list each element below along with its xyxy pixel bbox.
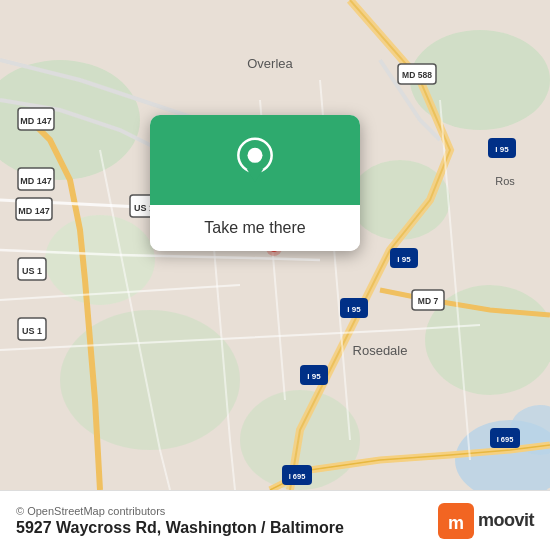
svg-text:m: m — [448, 513, 464, 533]
svg-text:I 95: I 95 — [307, 372, 321, 381]
svg-text:MD 588: MD 588 — [402, 70, 432, 80]
svg-text:Ros: Ros — [495, 175, 515, 187]
svg-text:US 1: US 1 — [22, 326, 42, 336]
svg-text:MD 147: MD 147 — [20, 176, 52, 186]
bottom-left: © OpenStreetMap contributors 5927 Waycro… — [16, 505, 344, 537]
svg-text:I 95: I 95 — [347, 305, 361, 314]
address-text: 5927 Waycross Rd, Washington / Baltimore — [16, 519, 344, 537]
svg-point-3 — [350, 160, 450, 240]
svg-text:I 95: I 95 — [397, 255, 411, 264]
popup-card: Take me there — [150, 115, 360, 251]
take-me-there-button[interactable]: Take me there — [150, 205, 360, 251]
moovit-text: moovit — [478, 510, 534, 531]
svg-text:I 95: I 95 — [495, 145, 509, 154]
svg-point-44 — [248, 148, 263, 163]
popup-top — [150, 115, 360, 205]
copyright-text: © OpenStreetMap contributors — [16, 505, 344, 517]
svg-text:MD 7: MD 7 — [418, 296, 439, 306]
svg-text:Rosedale: Rosedale — [353, 343, 408, 358]
svg-text:Overlea: Overlea — [247, 56, 293, 71]
svg-text:I 695: I 695 — [289, 472, 306, 481]
moovit-logo: m moovit — [438, 503, 534, 539]
svg-text:MD 147: MD 147 — [20, 116, 52, 126]
svg-marker-45 — [247, 169, 264, 183]
svg-text:I 695: I 695 — [497, 435, 514, 444]
bottom-bar: © OpenStreetMap contributors 5927 Waycro… — [0, 490, 550, 550]
location-pin-icon — [230, 137, 280, 187]
svg-text:MD 147: MD 147 — [18, 206, 50, 216]
svg-text:US 1: US 1 — [22, 266, 42, 276]
pin-wrapper — [230, 137, 280, 187]
moovit-icon: m — [438, 503, 474, 539]
